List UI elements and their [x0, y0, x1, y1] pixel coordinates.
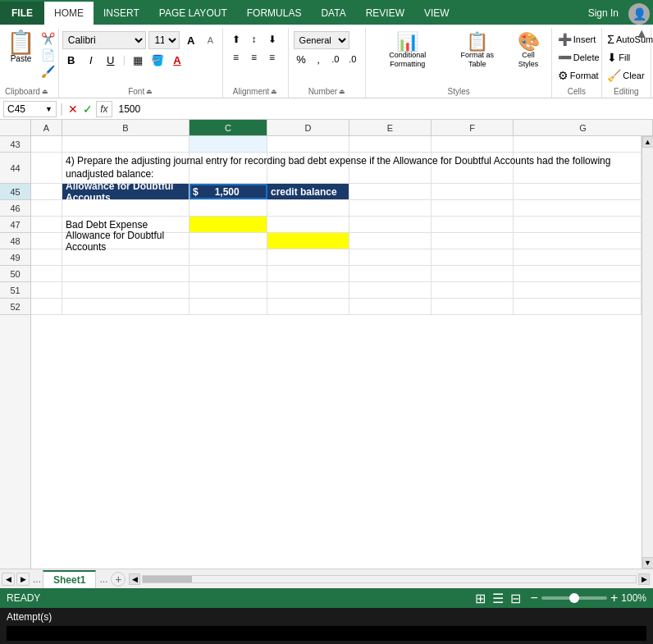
cell-g52[interactable]	[514, 299, 642, 314]
formula-input[interactable]	[116, 103, 651, 115]
cell-d51[interactable]	[267, 282, 349, 298]
sign-in-button[interactable]: Sign In	[578, 2, 628, 25]
clear-button[interactable]: 🧹Clear	[605, 67, 646, 84]
cell-a47[interactable]	[31, 217, 62, 232]
tab-data[interactable]: DATA	[311, 2, 355, 25]
cell-b46[interactable]	[62, 200, 190, 216]
cell-e45[interactable]	[349, 184, 432, 199]
number-format-dropdown[interactable]: General	[294, 31, 349, 49]
zoom-in-button[interactable]: +	[610, 591, 618, 605]
vertical-scrollbar[interactable]: ▲ ▼	[642, 136, 653, 569]
cell-g48[interactable]	[514, 233, 642, 249]
font-color-button[interactable]: A	[168, 51, 186, 69]
cell-d50[interactable]	[267, 266, 349, 281]
cell-c46[interactable]	[190, 200, 267, 216]
cell-f51[interactable]	[432, 282, 514, 298]
cell-d49[interactable]	[267, 249, 349, 265]
cell-c47[interactable]	[190, 217, 267, 232]
cut-button[interactable]: ✂️	[39, 31, 57, 46]
cancel-formula-button[interactable]: ✕	[66, 103, 80, 116]
cell-a44[interactable]	[31, 153, 62, 183]
zoom-slider-thumb[interactable]	[569, 593, 579, 603]
font-name-dropdown[interactable]: Calibri	[62, 31, 147, 49]
tab-file[interactable]: FILE	[0, 2, 44, 25]
increase-decimal-button[interactable]: .0	[327, 51, 343, 67]
col-header-b[interactable]: B	[62, 120, 190, 135]
cell-b52[interactable]	[62, 299, 190, 314]
col-header-a[interactable]: A	[31, 120, 62, 135]
decrease-font-button[interactable]: A	[202, 31, 219, 49]
row-header-45[interactable]: 45	[0, 184, 30, 200]
cell-a52[interactable]	[31, 299, 62, 314]
scroll-up-button[interactable]: ▲	[642, 136, 654, 148]
insert-function-button[interactable]: fx	[96, 101, 112, 117]
tab-insert[interactable]: INSERT	[94, 2, 149, 25]
cell-b45[interactable]: Allowance for Doubtful Accounts	[62, 184, 190, 199]
clipboard-expand-icon[interactable]: ⏏	[42, 88, 48, 95]
conditional-formatting-button[interactable]: 📊 Conditional Formatting	[369, 31, 445, 71]
format-as-table-button[interactable]: 📋 Format as Table	[449, 31, 505, 71]
copy-button[interactable]: 📄	[39, 48, 57, 62]
font-expand-icon[interactable]: ⏏	[146, 88, 153, 95]
cell-c43[interactable]	[190, 136, 267, 152]
h-scroll-track[interactable]	[142, 575, 637, 583]
sheet-tab-sheet1[interactable]: Sheet1	[43, 570, 96, 588]
percent-button[interactable]: %	[294, 51, 309, 67]
page-layout-view-button[interactable]: ☰	[489, 591, 507, 606]
format-painter-button[interactable]: 🖌️	[39, 64, 57, 79]
font-size-dropdown[interactable]: 11	[148, 31, 180, 49]
row-header-52[interactable]: 52	[0, 299, 30, 315]
cell-b51[interactable]	[62, 282, 190, 298]
cell-b50[interactable]	[62, 266, 190, 281]
cell-b48[interactable]: Allowance for Doubtful Accounts	[62, 233, 190, 249]
cell-f48[interactable]	[432, 233, 514, 249]
tab-review[interactable]: REVIEW	[356, 2, 414, 25]
align-middle-button[interactable]: ↕	[246, 31, 263, 48]
cell-e46[interactable]	[349, 200, 432, 216]
align-right-button[interactable]: ≡	[264, 49, 281, 66]
align-top-button[interactable]: ⬆	[228, 31, 244, 48]
col-header-g[interactable]: G	[514, 120, 653, 135]
cell-e43[interactable]	[349, 136, 432, 152]
underline-button[interactable]: U	[102, 51, 120, 69]
cell-b44-spanning[interactable]: 4) Prepare the adjusting journal entry f…	[62, 153, 630, 183]
col-header-f[interactable]: F	[432, 120, 514, 135]
cell-c52[interactable]	[190, 299, 267, 314]
row-header-44[interactable]: 44	[0, 153, 30, 184]
col-header-e[interactable]: E	[349, 120, 432, 135]
cell-a49[interactable]	[31, 249, 62, 265]
increase-font-button[interactable]: A	[182, 31, 199, 49]
col-header-c[interactable]: C	[190, 120, 267, 135]
cell-g47[interactable]	[514, 217, 642, 232]
insert-cells-button[interactable]: ➕Insert	[556, 31, 597, 48]
cell-f43[interactable]	[432, 136, 514, 152]
row-header-50[interactable]: 50	[0, 266, 30, 282]
delete-cells-button[interactable]: ➖Delete	[556, 49, 597, 66]
cell-b43[interactable]	[62, 136, 190, 152]
ribbon-collapse-button[interactable]: ▲	[630, 25, 653, 43]
cell-e52[interactable]	[349, 299, 432, 314]
cell-f52[interactable]	[432, 299, 514, 314]
tab-view[interactable]: VIEW	[414, 2, 459, 25]
cell-a50[interactable]	[31, 266, 62, 281]
cell-f49[interactable]	[432, 249, 514, 265]
cell-e48[interactable]	[349, 233, 432, 249]
border-button[interactable]: ▦	[129, 51, 147, 69]
cell-c49[interactable]	[190, 249, 267, 265]
h-scroll-left-button[interactable]: ◀	[129, 573, 140, 585]
cell-c45[interactable]: $ 1,500	[190, 184, 267, 199]
cell-g50[interactable]	[514, 266, 642, 281]
cell-c48[interactable]	[190, 233, 267, 249]
comma-button[interactable]: ,	[311, 51, 326, 67]
cell-g51[interactable]	[514, 282, 642, 298]
row-header-48[interactable]: 48	[0, 233, 30, 249]
fill-color-button[interactable]: 🪣	[148, 51, 167, 69]
cell-f50[interactable]	[432, 266, 514, 281]
cell-styles-button[interactable]: 🎨 Cell Styles	[509, 31, 548, 71]
cell-b49[interactable]	[62, 249, 190, 265]
add-sheet-button[interactable]: +	[111, 572, 126, 587]
row-header-43[interactable]: 43	[0, 136, 30, 153]
h-scroll-thumb[interactable]	[143, 576, 192, 582]
fill-button[interactable]: ⬇Fill	[605, 49, 646, 66]
normal-view-button[interactable]: ⊞	[472, 591, 489, 606]
